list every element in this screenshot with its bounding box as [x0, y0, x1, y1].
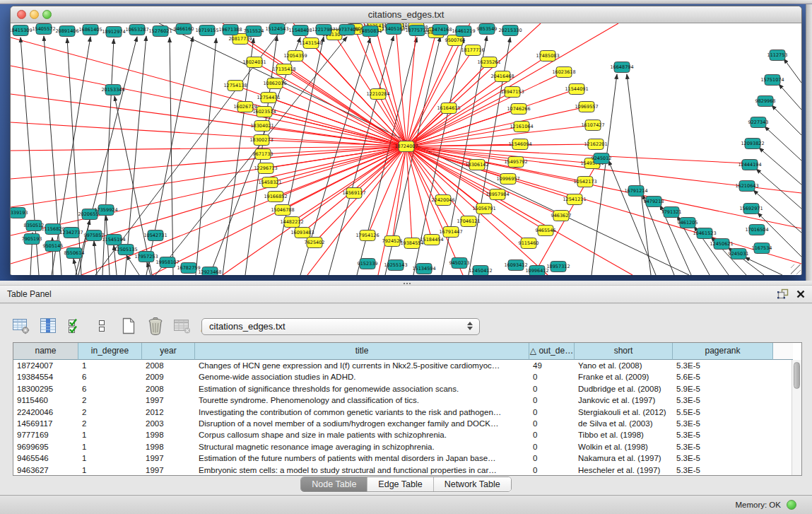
- table-row[interactable]: 1830029562008Estimation of significance …: [13, 383, 801, 395]
- table-cell[interactable]: 18724007: [13, 360, 78, 371]
- graph-node[interactable]: 17954126: [355, 230, 379, 241]
- graph-node[interactable]: 9465546: [536, 226, 556, 236]
- table-cell[interactable]: 1997: [142, 452, 195, 464]
- graph-node[interactable]: 9461205: [678, 218, 698, 228]
- graph-node[interactable]: 18912974: [102, 27, 125, 37]
- splitter-handle-icon[interactable]: [403, 282, 411, 285]
- table-cell[interactable]: Stergiakouli et al. (2012): [575, 407, 673, 418]
- table-cell[interactable]: 0: [529, 441, 575, 452]
- graph-node[interactable]: 10996957: [496, 174, 519, 185]
- column-header[interactable]: △ out_de…: [529, 343, 575, 360]
- selection-mode-icon[interactable]: [65, 316, 85, 336]
- table-cell[interactable]: 1998: [142, 441, 195, 452]
- table-cell[interactable]: 2008: [142, 360, 195, 371]
- graph-node[interactable]: 11546094: [508, 139, 531, 150]
- graph-node[interactable]: 17135418: [272, 64, 295, 75]
- graph-node[interactable]: 7791321: [661, 207, 682, 218]
- table-cell[interactable]: 5.3E-5: [673, 441, 773, 452]
- graph-node[interactable]: 9339193: [11, 208, 28, 218]
- row-height-icon[interactable]: [92, 316, 112, 336]
- tab-edge-table[interactable]: Edge Table: [367, 477, 433, 491]
- column-header[interactable]: title: [195, 343, 529, 360]
- minimize-window-button[interactable]: [30, 10, 39, 19]
- table-cell[interactable]: Dudbridge et al. (2008): [575, 383, 673, 395]
- table-cell[interactable]: Tourette syndrome. Phenomenology and cla…: [195, 395, 529, 406]
- graph-node[interactable]: 15046788: [271, 205, 294, 216]
- table-cell[interactable]: 1: [78, 441, 142, 452]
- graph-node[interactable]: 9466160: [174, 24, 194, 35]
- window-resize-grip[interactable]: [791, 264, 801, 274]
- table-mode-icon[interactable]: [11, 316, 31, 336]
- table-cell[interactable]: 6: [78, 383, 142, 395]
- citation-network-graph[interactable]: 1143154812054359171354181086203612754471…: [11, 23, 801, 275]
- zoom-window-button[interactable]: [42, 10, 52, 19]
- close-panel-icon[interactable]: [796, 290, 805, 298]
- table-cell[interactable]: 5.3E-5: [673, 395, 773, 406]
- graph-node[interactable]: 10542731: [143, 230, 167, 241]
- graph-node[interactable]: 12054359: [283, 51, 307, 62]
- table-cell[interactable]: Structural magnetic resonance image aver…: [195, 441, 529, 452]
- graph-node[interactable]: 10255143: [384, 260, 407, 271]
- table-row[interactable]: 2242004622012Investigating the contribut…: [13, 407, 801, 418]
- graph-node[interactable]: 11548408: [288, 25, 312, 36]
- graph-node[interactable]: 12296713: [254, 163, 277, 174]
- table-row[interactable]: 946362711997Embryonic stem cells: a mode…: [13, 465, 801, 476]
- graph-node[interactable]: 12450412: [469, 266, 492, 276]
- graph-node[interactable]: 7625402: [305, 238, 325, 248]
- graph-node[interactable]: 9450213: [449, 258, 470, 269]
- table-cell[interactable]: Nakamura et al. (1997): [575, 452, 673, 464]
- table-cell[interactable]: Disruption of a novel member of a sodium…: [195, 418, 529, 429]
- create-column-icon[interactable]: [119, 316, 139, 336]
- delete-column-icon[interactable]: [146, 316, 165, 336]
- table-cell[interactable]: 9463627: [13, 465, 78, 476]
- graph-node[interactable]: 20416468: [490, 71, 514, 82]
- graph-node[interactable]: 9975857: [84, 230, 105, 241]
- graph-node[interactable]: 9853549: [477, 24, 498, 35]
- table-cell[interactable]: Yano et al. (2008): [575, 360, 673, 371]
- graph-node[interactable]: 9671733: [253, 149, 273, 160]
- graph-node[interactable]: 18957312: [546, 262, 570, 272]
- table-cell[interactable]: 5.3E-5: [673, 429, 773, 440]
- memory-status-indicator[interactable]: [787, 500, 796, 510]
- graph-node[interactable]: 18415309: [11, 25, 33, 36]
- table-scrollbar[interactable]: [792, 360, 801, 475]
- table-cell[interactable]: 0: [529, 395, 575, 406]
- graph-node[interactable]: 7515524: [244, 26, 264, 37]
- graph-node[interactable]: 9227343: [748, 117, 769, 128]
- table-cell[interactable]: 2: [78, 395, 142, 406]
- table-cell[interactable]: 9777169: [13, 429, 78, 440]
- table-cell[interactable]: 2008: [142, 383, 195, 395]
- table-cell[interactable]: 5.5E-5: [673, 407, 773, 418]
- graph-node[interactable]: 19958107: [155, 257, 179, 268]
- table-row[interactable]: 1456911722003Disruption of a novel membe…: [13, 418, 801, 429]
- table-cell[interactable]: 6: [78, 371, 142, 382]
- table-selector[interactable]: citations_edges.txt: [201, 318, 480, 335]
- table-cell[interactable]: Estimation of the future numbers of pati…: [195, 452, 529, 464]
- graph-node[interactable]: 16235261: [477, 57, 500, 68]
- table-row[interactable]: 946554611997Estimation of the future num…: [13, 452, 801, 464]
- column-header[interactable]: short: [575, 343, 673, 360]
- table-cell[interactable]: 2: [78, 418, 142, 429]
- graph-node[interactable]: 16093412: [504, 260, 527, 271]
- table-cell[interactable]: 2009: [142, 371, 195, 382]
- graph-node[interactable]: 16861405: [78, 25, 102, 35]
- graph-node[interactable]: 12093822: [741, 139, 764, 149]
- graph-node[interactable]: 7924526: [382, 236, 403, 247]
- graph-node[interactable]: 12444194: [738, 160, 761, 170]
- table-cell[interactable]: Tibbo et al. (1998): [575, 429, 673, 440]
- table-cell[interactable]: Genome-wide association studies in ADHD.: [195, 371, 529, 382]
- table-cell[interactable]: 1: [78, 452, 142, 464]
- network-window[interactable]: citations_edges.txt 11431548120543591713…: [10, 6, 802, 275]
- column-header[interactable]: in_degree: [78, 343, 142, 360]
- graph-node[interactable]: 20891406: [55, 26, 78, 37]
- window-titlebar[interactable]: citations_edges.txt: [11, 6, 801, 23]
- graph-node[interactable]: 17016504: [745, 225, 768, 235]
- graph-node[interactable]: 12162201: [584, 139, 607, 150]
- graph-node[interactable]: 20153346: [101, 85, 124, 95]
- table-cell[interactable]: Hescheler et al. (1997): [575, 465, 673, 476]
- table-cell[interactable]: 2012: [142, 407, 195, 418]
- table-cell[interactable]: Investigating the contribution of common…: [195, 407, 529, 418]
- graph-node[interactable]: 10719155: [195, 25, 218, 36]
- show-columns-icon[interactable]: [38, 316, 58, 336]
- table-cell[interactable]: 5.3E-5: [673, 418, 773, 429]
